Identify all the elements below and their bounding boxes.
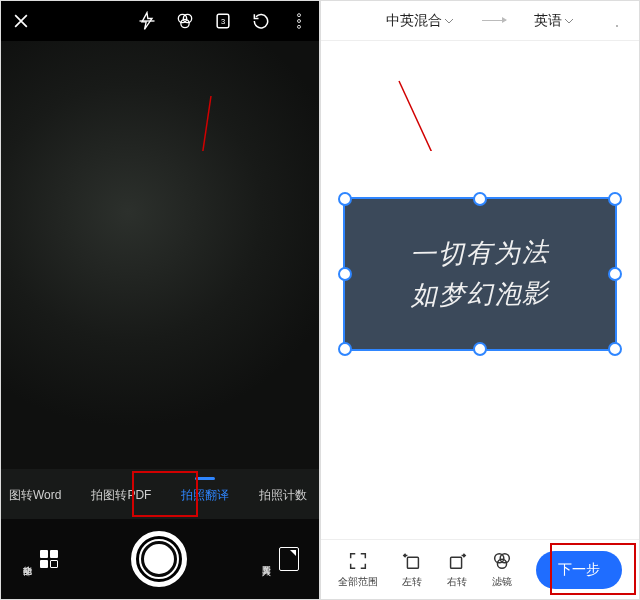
script-line-1: 一切有为法 bbox=[409, 235, 550, 272]
language-selector: 中英混合 英语 bbox=[386, 12, 574, 30]
camera-capture-screen: 3 图转Word 拍图转PDF 拍照翻译 拍照计数 AI识别 bbox=[0, 0, 320, 600]
svg-rect-12 bbox=[408, 557, 419, 568]
rotate-left-label: 左转 bbox=[402, 575, 422, 589]
arrow-right-icon bbox=[482, 20, 506, 21]
all-functions-button[interactable]: 全部功能 bbox=[21, 550, 58, 568]
full-range-button[interactable]: 全部范围 bbox=[338, 550, 378, 589]
shutter-button[interactable] bbox=[131, 531, 187, 587]
crop-handle-bl[interactable] bbox=[338, 342, 352, 356]
crop-handle-tl[interactable] bbox=[338, 192, 352, 206]
flash-icon[interactable] bbox=[137, 11, 157, 31]
crop-box[interactable]: 一切有为法 如梦幻泡影 bbox=[343, 197, 617, 351]
more-icon[interactable] bbox=[289, 11, 309, 31]
target-language-label: 英语 bbox=[534, 12, 562, 30]
chevron-down-icon bbox=[444, 16, 454, 26]
mode-item-word[interactable]: 图转Word bbox=[7, 487, 63, 504]
next-button-label: 下一步 bbox=[558, 561, 600, 577]
hdr-icon[interactable] bbox=[175, 11, 195, 31]
translate-topbar: 中英混合 英语 bbox=[321, 1, 639, 41]
aspect-icon[interactable]: 3 bbox=[213, 11, 233, 31]
svg-text:3: 3 bbox=[221, 17, 225, 26]
crop-handle-ml[interactable] bbox=[338, 267, 352, 281]
svg-point-10 bbox=[616, 25, 617, 26]
svg-point-7 bbox=[298, 25, 301, 28]
back-icon[interactable] bbox=[333, 11, 353, 31]
full-range-label: 全部范围 bbox=[338, 575, 378, 589]
filter-button[interactable]: 滤镜 bbox=[491, 550, 513, 589]
svg-point-5 bbox=[298, 14, 301, 17]
mode-item-count[interactable]: 拍照计数 bbox=[257, 487, 309, 504]
script-line-2: 如梦幻泡影 bbox=[410, 276, 551, 313]
filter-icon bbox=[491, 550, 513, 572]
refresh-icon[interactable] bbox=[251, 11, 271, 31]
crop-bottombar: 全部范围 左转 右转 滤镜 下一步 bbox=[321, 539, 639, 599]
crop-handle-tr[interactable] bbox=[608, 192, 622, 206]
crop-canvas[interactable]: 一切有为法 如梦幻泡影 bbox=[321, 41, 639, 539]
camera-viewfinder[interactable] bbox=[1, 41, 319, 469]
svg-rect-13 bbox=[451, 557, 462, 568]
crop-handle-br[interactable] bbox=[608, 342, 622, 356]
rotate-left-icon bbox=[401, 550, 423, 572]
mode-strip[interactable]: 图转Word 拍图转PDF 拍照翻译 拍照计数 AI识别 鲜 bbox=[1, 471, 319, 519]
crop-handle-tm[interactable] bbox=[473, 192, 487, 206]
svg-point-2 bbox=[181, 19, 189, 27]
svg-point-1 bbox=[183, 14, 191, 22]
target-language[interactable]: 英语 bbox=[534, 12, 574, 30]
svg-point-16 bbox=[497, 559, 506, 568]
crop-handle-mr[interactable] bbox=[608, 267, 622, 281]
help-icon[interactable] bbox=[607, 11, 627, 31]
filter-label: 滤镜 bbox=[492, 575, 512, 589]
svg-point-15 bbox=[500, 554, 509, 563]
captured-text-content: 一切有为法 如梦幻泡影 bbox=[344, 197, 617, 352]
chevron-down-icon bbox=[564, 16, 574, 26]
svg-point-6 bbox=[298, 20, 301, 23]
rotate-right-icon bbox=[446, 550, 468, 572]
import-image-button[interactable]: 导入图片 bbox=[260, 547, 299, 571]
rotate-left-button[interactable]: 左转 bbox=[401, 550, 423, 589]
source-language-label: 中英混合 bbox=[386, 12, 442, 30]
rotate-right-label: 右转 bbox=[447, 575, 467, 589]
expand-icon bbox=[347, 550, 369, 572]
image-file-icon bbox=[279, 547, 299, 571]
next-button[interactable]: 下一步 bbox=[536, 551, 622, 589]
source-language[interactable]: 中英混合 bbox=[386, 12, 454, 30]
close-icon[interactable] bbox=[11, 11, 31, 31]
crop-translate-screen: 中英混合 英语 一切有为法 如梦幻泡影 bbox=[320, 0, 640, 600]
rotate-right-button[interactable]: 右转 bbox=[446, 550, 468, 589]
camera-topbar: 3 bbox=[1, 1, 319, 41]
grid-icon bbox=[40, 550, 58, 568]
camera-bottombar: 全部功能 导入图片 bbox=[1, 519, 319, 599]
mode-item-pdf[interactable]: 拍图转PDF bbox=[89, 487, 153, 504]
crop-handle-bm[interactable] bbox=[473, 342, 487, 356]
mode-item-translate[interactable]: 拍照翻译 bbox=[179, 487, 231, 504]
